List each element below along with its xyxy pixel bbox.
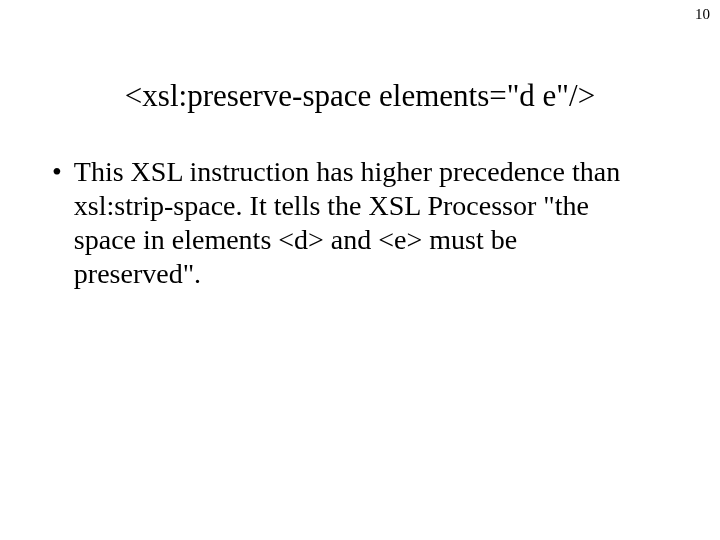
bullet-text: This XSL instruction has higher preceden… bbox=[74, 155, 642, 291]
bullet-item: • This XSL instruction has higher preced… bbox=[72, 155, 642, 291]
slide-title: <xsl:preserve-space elements="d e"/> bbox=[0, 78, 720, 114]
bullet-icon: • bbox=[52, 155, 62, 189]
page-number: 10 bbox=[695, 6, 710, 23]
slide-body: • This XSL instruction has higher preced… bbox=[72, 155, 642, 291]
